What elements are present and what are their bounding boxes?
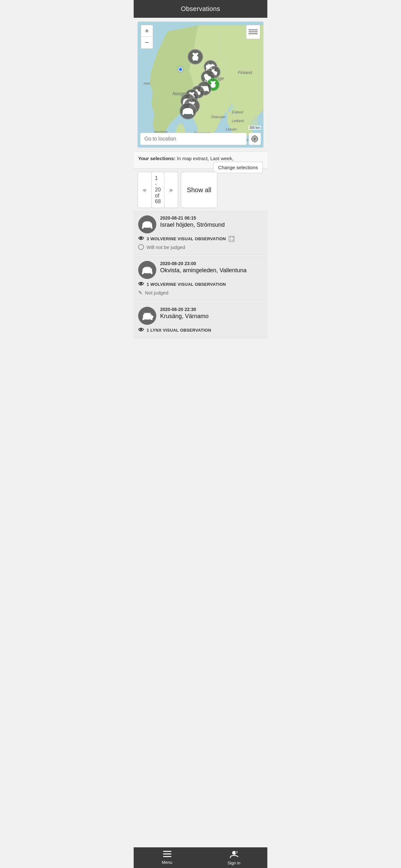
map-background: Sverige Norge Finland Estland Lettland L…: [137, 22, 264, 148]
status-text: Will not be judged: [147, 244, 185, 250]
prev-page-button[interactable]: «: [137, 172, 152, 208]
animal-icon: [138, 307, 156, 325]
map-layers-button[interactable]: [246, 25, 260, 39]
obs-date: 2020-08-20 23:00: [160, 261, 263, 266]
svg-text:Finland: Finland: [238, 70, 252, 75]
selections-value: In map extract, Last week,: [177, 156, 234, 161]
app-header: Observations: [134, 0, 267, 18]
obs-meta: 2020-08-20 23:00 Okvista, arningeleden, …: [160, 261, 263, 274]
obs-meta: 2020-08-21 06:15 Israel höjden, Strömsun…: [160, 215, 263, 228]
svg-line-32: [214, 68, 215, 70]
svg-line-31: [211, 68, 212, 70]
svg-rect-49: [207, 86, 208, 87]
observation-card[interactable]: 2020-08-21 06:15 Israel höjden, Strömsun…: [134, 211, 267, 255]
obs-status: ✎ Not judged: [138, 290, 263, 296]
map-zoom-controls: + −: [141, 25, 153, 49]
svg-point-28: [196, 59, 198, 61]
svg-point-46: [211, 81, 212, 83]
svg-point-63: [254, 138, 256, 140]
svg-point-39: [204, 73, 208, 78]
observations-list: 2020-08-21 06:15 Israel höjden, Strömsun…: [134, 211, 267, 338]
svg-point-25: [193, 53, 195, 55]
zoom-in-button[interactable]: +: [141, 25, 153, 37]
svg-point-36: [215, 73, 217, 75]
svg-point-27: [193, 59, 195, 61]
svg-point-59: [192, 102, 195, 104]
locate-button[interactable]: [249, 133, 261, 145]
zoom-out-button[interactable]: −: [141, 37, 153, 49]
obs-header: 2020-08-21 06:15 Israel höjden, Strömsun…: [138, 215, 263, 234]
observation-card[interactable]: 2020-08-20 22:30 Krusäng, Värnamo 👁 1 LY…: [134, 303, 267, 338]
obs-type: 👁 3 WOLVERINE VISUAL OBSERVATION ⛶: [138, 236, 263, 242]
status-text: Not judged: [145, 290, 168, 296]
page-info: 1 - 20 of 68: [152, 172, 164, 208]
svg-point-26: [196, 53, 198, 55]
selections-label: Your selections:: [138, 156, 176, 161]
selections-text: Your selections: In map extract, Last we…: [138, 156, 263, 161]
edit-icon: ✎: [138, 290, 143, 296]
obs-date: 2020-08-20 22:30: [160, 307, 263, 312]
svg-point-47: [214, 81, 216, 83]
obs-location: Okvista, arningeleden, Vallentuna: [160, 267, 263, 274]
animal-marker[interactable]: [180, 103, 196, 120]
eye-icon: 👁: [138, 236, 144, 242]
svg-text:Östersjön: Östersjön: [211, 115, 226, 119]
map-container: Sverige Norge Finland Estland Lettland L…: [137, 22, 264, 148]
animal-marker[interactable]: [188, 49, 203, 65]
location-dot: [178, 67, 183, 72]
map-scale: 300 km: [248, 126, 261, 130]
obs-header: 2020-08-20 23:00 Okvista, arningeleden, …: [138, 261, 263, 279]
animal-icon: [138, 261, 156, 279]
svg-text:men: men: [144, 82, 150, 85]
svg-text:Estland: Estland: [232, 111, 243, 114]
obs-header: 2020-08-20 22:30 Krusäng, Värnamo: [138, 307, 263, 325]
show-all-button[interactable]: Show all: [181, 172, 218, 208]
obs-location: Israel höjden, Strömsund: [160, 221, 263, 228]
obs-type-text: 1 WOLVERINE VISUAL OBSERVATION: [147, 282, 226, 287]
status-circle-icon: [138, 244, 144, 250]
animal-icon: [138, 215, 156, 234]
svg-rect-22: [249, 33, 258, 34]
selections-bar: Your selections: In map extract, Last we…: [134, 151, 267, 168]
header-title: Observations: [181, 5, 220, 12]
svg-text:Lettland: Lettland: [232, 119, 244, 123]
next-page-button[interactable]: »: [164, 172, 178, 208]
svg-rect-20: [249, 29, 258, 30]
svg-point-55: [192, 92, 194, 94]
obs-status: Will not be judged: [138, 244, 263, 250]
pagination-bar: « 1 - 20 of 68 » Show all: [137, 172, 213, 208]
image-icon: ⛶: [228, 236, 235, 242]
obs-date: 2020-08-21 06:15: [160, 215, 263, 221]
eye-icon: 👁: [138, 281, 144, 288]
obs-type: 👁 1 WOLVERINE VISUAL OBSERVATION: [138, 281, 263, 288]
map-search-bar: [137, 130, 264, 148]
obs-type: 👁 1 LYNX VISUAL OBSERVATION: [138, 327, 263, 334]
obs-location: Krusäng, Värnamo: [160, 313, 263, 320]
change-selections-button[interactable]: Change selections: [213, 162, 263, 173]
observation-card[interactable]: 2020-08-20 23:00 Okvista, arningeleden, …: [134, 257, 267, 301]
eye-icon: 👁: [138, 327, 144, 334]
obs-meta: 2020-08-20 22:30 Krusäng, Värnamo: [160, 307, 263, 320]
svg-rect-21: [249, 31, 258, 32]
goto-location-input[interactable]: [140, 133, 247, 145]
obs-type-text: 3 WOLVERINE VISUAL OBSERVATION: [147, 237, 226, 241]
svg-line-34: [211, 68, 212, 68]
obs-type-text: 1 LYNX VISUAL OBSERVATION: [147, 328, 211, 333]
